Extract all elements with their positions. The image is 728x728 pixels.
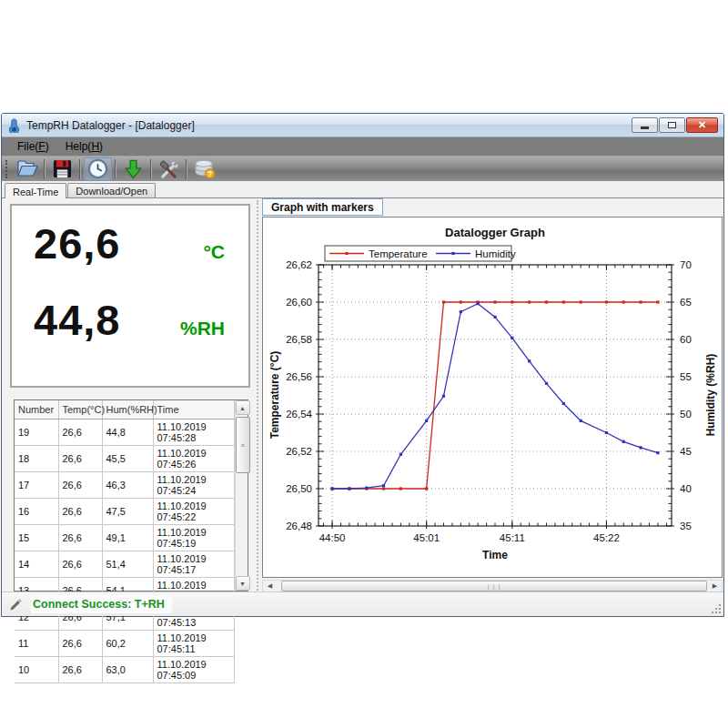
chart-scrollbar-thumb[interactable]: ❘❘❘ [281,581,707,592]
scroll-right-icon[interactable]: ▶ [708,581,722,592]
svg-text:35: 35 [680,521,692,531]
table-cell: 26,6 [58,551,102,577]
x-axis-label: Time [482,549,508,561]
table-cell: 26,6 [58,498,102,524]
svg-text:45: 45 [680,446,692,457]
col-time[interactable]: Time [153,400,234,419]
table-row[interactable]: 1826,645,511.10.2019 07:45:26 [15,445,234,471]
chart-panel: Datalogger Graph Temperature (°C) Humidi… [262,217,723,578]
graph-with-markers-button[interactable]: Graph with markers [262,198,383,216]
open-file-button[interactable] [13,157,41,181]
panel-splitter[interactable] [257,200,260,591]
svg-text:?: ? [207,169,212,178]
pencil-icon [9,598,23,612]
svg-text:60: 60 [680,334,692,345]
toolbar-separator [186,159,187,179]
svg-text:44:50: 44:50 [319,532,346,543]
table-cell: 11.10.2019 07:45:24 [153,471,234,498]
chart-scrollbar[interactable]: ◀ ❘❘❘ ▶ [262,580,723,592]
chart-title: Datalogger Graph [445,226,545,239]
minimize-button[interactable] [632,117,658,133]
svg-text:45:11: 45:11 [500,532,525,543]
download-arrow-icon [124,159,143,179]
toolbar-separator [79,159,81,179]
readings-table-panel: Number Temp(°C) Hum(%RH) Time 1926,644,8… [14,399,248,592]
status-message: Connect Success: T+RH [31,595,172,613]
table-scrollbar-thumb[interactable]: ≡ [236,417,250,473]
table-cell: 11.10.2019 07:45:19 [153,524,234,551]
table-row[interactable]: 1726,646,311.10.2019 07:45:24 [15,471,234,498]
save-button[interactable] [48,157,76,181]
table-cell: 18 [15,445,58,471]
database-help-button[interactable]: ? [190,157,218,181]
maximize-button[interactable] [659,117,685,133]
resize-grip[interactable] [711,603,721,613]
svg-text:45:22: 45:22 [593,532,620,543]
menu-help[interactable]: Help(H) [57,138,111,155]
realtime-clock-button[interactable] [84,157,112,181]
svg-text:26,48: 26,48 [286,521,312,531]
table-cell: 26,6 [58,471,102,498]
close-icon: ✕ [698,120,706,130]
table-scrollbar[interactable]: ▲ ≡ ▼ [235,400,248,591]
humidity-value: 44,8 [34,295,120,345]
svg-text:26,54: 26,54 [286,409,312,420]
menu-bar: File(F) Help(H) [2,137,723,156]
toolbar-separator [115,159,116,179]
scroll-up-icon[interactable]: ▲ [236,400,250,415]
scroll-left-icon[interactable]: ◀ [263,581,277,592]
table-cell: 11.10.2019 07:45:26 [153,445,234,471]
humidity-unit: %RH [180,318,225,339]
temperature-unit: °C [203,241,225,263]
app-window: TempRH Datalogger - [Datalogger] ✕ File(… [1,113,724,617]
col-number[interactable]: Number [15,400,58,419]
table-cell: 46,3 [102,471,153,498]
menu-file[interactable]: File(F) [9,138,57,155]
temperature-value: 26,6 [34,218,120,268]
col-temp[interactable]: Temp(°C) [58,400,102,419]
svg-text:26,56: 26,56 [286,371,312,382]
table-cell: 11 [15,630,58,656]
table-cell: 11.10.2019 07:45:11 [153,630,234,656]
table-row[interactable]: 1026,663,011.10.2019 07:45:09 [15,656,234,682]
save-icon [53,159,72,178]
live-readout-panel: 26,6 °C 44,8 %RH [10,204,250,388]
col-hum[interactable]: Hum(%RH) [102,400,153,419]
table-row[interactable]: 1426,651,411.10.2019 07:45:17 [15,551,234,577]
download-button[interactable] [119,157,147,181]
svg-text:65: 65 [680,297,692,308]
svg-text:40: 40 [680,483,692,494]
main-content: 26,6 °C 44,8 %RH Number Temp(°C) Hum(%RH… [2,197,723,592]
table-cell: 16 [15,498,58,524]
svg-text:70: 70 [680,259,692,270]
table-cell: 44,8 [102,419,153,445]
table-cell: 11.10.2019 07:45:09 [153,656,234,682]
close-button[interactable]: ✕ [686,117,718,133]
table-row[interactable]: 1926,644,811.10.2019 07:45:28 [15,419,234,445]
svg-text:26,52: 26,52 [286,446,312,457]
tab-real-time[interactable]: Real-Time [5,183,66,198]
table-cell: 26,6 [58,656,102,682]
table-row[interactable]: 1526,649,111.10.2019 07:45:19 [15,524,234,551]
toolbar: ? [2,156,723,181]
table-cell: 26,6 [58,419,102,445]
scroll-down-icon[interactable]: ▼ [236,576,250,591]
settings-tools-button[interactable] [155,157,183,181]
minimize-icon [641,126,649,129]
tab-download-open[interactable]: Download/Open [67,183,156,197]
table-row[interactable]: 1626,647,511.10.2019 07:45:22 [15,498,234,524]
window-title: TempRH Datalogger - [Datalogger] [26,119,626,132]
table-cell: 11.10.2019 07:45:28 [153,419,234,445]
title-bar: TempRH Datalogger - [Datalogger] ✕ [2,114,723,137]
svg-text:45:01: 45:01 [413,532,440,543]
table-row[interactable]: 1126,660,211.10.2019 07:45:11 [15,630,234,656]
table-cell: 26,6 [58,630,102,656]
status-bar: Connect Success: T+RH [2,592,723,616]
toolbar-grip[interactable] [5,160,9,178]
svg-text:26,60: 26,60 [286,297,312,308]
table-cell: 11.10.2019 07:45:22 [153,498,234,524]
app-thermometer-icon [7,118,21,133]
table-cell: 26,6 [58,524,102,551]
svg-text:26,50: 26,50 [286,483,312,494]
readings-table: Number Temp(°C) Hum(%RH) Time 1926,644,8… [15,400,235,683]
